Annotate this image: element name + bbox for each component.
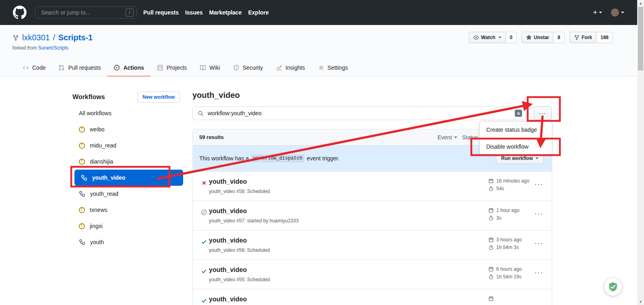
run-row: youth_video (193, 289, 552, 305)
run-options-button[interactable]: ··· (535, 240, 544, 246)
nav-issues[interactable]: Issues (185, 9, 203, 16)
sidebar-item-youth-video[interactable]: youth_video (74, 170, 183, 186)
sidebar-item-midu-read[interactable]: ! midu_read (72, 137, 183, 154)
event-filter[interactable]: Event (438, 134, 457, 141)
github-header: / Pull requests Issues Marketplace Explo… (0, 0, 637, 25)
run-meta: 16 minutes ago 54s (488, 177, 529, 192)
chevron-down-icon (498, 37, 502, 38)
tab-pull-requests[interactable]: Pull requests (52, 59, 107, 77)
github-logo-icon[interactable] (13, 6, 27, 19)
watch-count[interactable]: 0 (506, 32, 517, 43)
adguard-assistant-button[interactable] (604, 278, 622, 296)
chevron-down-icon (599, 12, 602, 13)
tab-insights[interactable]: Insights (269, 59, 311, 77)
stopwatch-icon (488, 186, 494, 191)
warning-icon: ! (79, 127, 85, 133)
run-subtitle: youth_video #58: Scheduled (209, 189, 270, 194)
star-count[interactable]: 8 (553, 32, 565, 43)
scroll-up-arrow[interactable]: ▲ (637, 0, 644, 6)
sidebar-item-jingxi[interactable]: ! jingxi (72, 218, 183, 234)
menu-item-disable-workflow[interactable]: Disable workflow (480, 138, 552, 155)
run-options-button[interactable]: ··· (535, 270, 544, 276)
code-span: workflow_dispatch (251, 154, 304, 162)
workflow-options-menu: Create status badge Disable workflow (479, 121, 552, 155)
run-title-link[interactable]: youth_video (209, 237, 247, 244)
run-title-link[interactable]: youth_video (209, 207, 247, 215)
workflow-options-button[interactable]: ··· (534, 106, 552, 120)
eye-icon (473, 35, 479, 40)
run-title-link[interactable]: youth_video (209, 266, 247, 274)
watch-button[interactable]: Watch (469, 32, 506, 43)
warning-icon: ! (79, 223, 85, 229)
tab-code[interactable]: Code (16, 59, 52, 77)
run-meta: 6 hours ago 1h 54m 19s (488, 265, 522, 280)
warning-icon: ! (79, 159, 85, 165)
stopwatch-icon (488, 245, 494, 250)
menu-item-create-status-badge[interactable]: Create status badge (480, 122, 552, 138)
workflow-search-row: × ··· (192, 106, 552, 120)
create-new-button[interactable]: + (593, 8, 602, 17)
run-title-link[interactable]: youth_video (209, 178, 247, 185)
sidebar-header: Workflows New workflow (72, 91, 183, 103)
scrollbar[interactable]: ▲ ▼ (637, 0, 644, 305)
repo-owner-link[interactable]: lxk0301 (22, 33, 50, 42)
scrollbar-thumb[interactable] (638, 7, 643, 71)
forked-repo-link[interactable]: Sunert/Scripts (38, 45, 68, 51)
unstar-button[interactable]: Unstar (522, 32, 553, 43)
sidebar-item-all-workflows[interactable]: All workflows (72, 105, 183, 121)
run-title-link[interactable]: youth_video (209, 296, 247, 303)
tab-wiki[interactable]: Wiki (193, 59, 226, 77)
fork-count[interactable]: 188 (597, 32, 613, 43)
header-nav: Pull requests Issues Marketplace Explore (143, 9, 269, 16)
run-options-button[interactable]: ··· (535, 211, 544, 217)
scroll-down-arrow[interactable]: ▼ (637, 299, 644, 305)
user-menu-button[interactable] (611, 8, 624, 17)
tab-security[interactable]: Security (227, 59, 270, 77)
watch-group: Watch 0 (469, 32, 517, 43)
tab-projects[interactable]: Projects (151, 59, 194, 77)
tab-actions[interactable]: Actions (107, 59, 150, 77)
workflow-icon (79, 191, 85, 197)
warning-icon: ! (79, 143, 85, 149)
chevron-down-icon (535, 158, 539, 159)
clear-search-button[interactable]: × (515, 110, 522, 117)
repo-header: lxk0301 / Scripts-1 forked fromSunert/Sc… (0, 25, 637, 77)
sidebar-item-youth[interactable]: youth (72, 234, 183, 250)
new-workflow-button[interactable]: New workflow (137, 91, 180, 103)
repo-name-link[interactable]: Scripts-1 (58, 33, 93, 42)
kebab-icon: ··· (539, 110, 547, 116)
actions-main: youth_video × ··· 59 results Event Statu… (192, 87, 552, 305)
pull-request-icon (58, 64, 65, 71)
run-row: youth_video youth_video #58: Scheduled 1… (193, 171, 552, 201)
results-count: 59 results (199, 134, 224, 140)
run-options-button[interactable]: ··· (535, 181, 544, 187)
fork-button[interactable]: Fork (570, 32, 597, 43)
sidebar-item-txnews[interactable]: ! txnews (72, 202, 183, 218)
run-meta: 1 hour ago 3s (488, 206, 519, 222)
calendar-icon (488, 296, 494, 301)
header-search-input[interactable] (40, 9, 126, 16)
graph-icon (276, 64, 282, 71)
repo-forked-icon (574, 35, 580, 40)
plus-icon: + (593, 8, 597, 17)
workflow-search: × (192, 106, 526, 120)
workflows-sidebar: Workflows New workflow All workflows ! w… (72, 87, 183, 250)
nav-marketplace[interactable]: Marketplace (209, 9, 242, 16)
sidebar-item-youth-read[interactable]: youth_read (72, 186, 183, 202)
stopwatch-icon (488, 274, 494, 280)
nav-pull-requests[interactable]: Pull requests (143, 9, 179, 16)
sidebar-item-dianshijia[interactable]: ! dianshijia (72, 154, 183, 170)
sidebar-item-weibo[interactable]: ! weibo (72, 121, 183, 137)
play-circle-icon (114, 64, 120, 71)
chevron-down-icon (454, 137, 457, 138)
calendar-icon (488, 178, 494, 184)
status-success-icon (201, 239, 207, 245)
repo-actions: Watch 0 Unstar 8 Fork 188 (469, 32, 613, 43)
run-meta (488, 295, 496, 302)
tab-settings[interactable]: Settings (312, 59, 355, 77)
nav-explore[interactable]: Explore (248, 9, 268, 16)
banner-text: This workflow has a workflow_dispatch ev… (199, 154, 339, 162)
slash-key-hint: / (126, 8, 134, 17)
status-cancelled-icon (201, 209, 207, 216)
workflow-search-input[interactable] (207, 110, 515, 117)
